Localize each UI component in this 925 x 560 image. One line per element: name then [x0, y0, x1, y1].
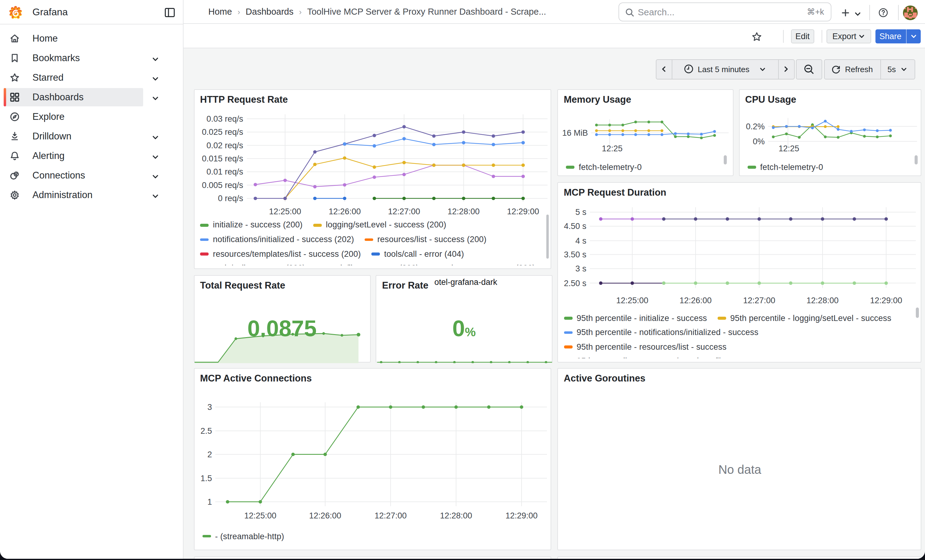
svg-text:1.5: 1.5	[200, 474, 212, 483]
svg-text:2: 2	[207, 450, 212, 459]
svg-text:12:26:00: 12:26:00	[679, 296, 711, 305]
svg-text:12:25:00: 12:25:00	[616, 296, 648, 305]
svg-text:0%: 0%	[752, 137, 764, 146]
svg-text:2.5: 2.5	[200, 426, 212, 435]
svg-text:12:27:00: 12:27:00	[374, 511, 406, 521]
svg-text:12:29:00: 12:29:00	[505, 511, 537, 521]
svg-text:12:27:00: 12:27:00	[743, 296, 775, 305]
svg-text:1: 1	[207, 497, 212, 506]
svg-text:5 s: 5 s	[575, 207, 586, 217]
svg-text:4 s: 4 s	[575, 236, 586, 245]
svg-text:12:28:00: 12:28:00	[806, 296, 838, 305]
svg-text:0.2%: 0.2%	[746, 122, 764, 131]
svg-text:12:25: 12:25	[602, 144, 623, 153]
svg-text:16 MiB: 16 MiB	[562, 128, 588, 137]
svg-text:12:28:00: 12:28:00	[440, 511, 472, 521]
svg-text:12:27:00: 12:27:00	[387, 207, 420, 216]
svg-text:0.015 req/s: 0.015 req/s	[202, 154, 243, 163]
svg-text:12:25:00: 12:25:00	[268, 207, 301, 216]
svg-text:12:28:00: 12:28:00	[447, 207, 479, 216]
svg-text:0.01 req/s: 0.01 req/s	[206, 167, 243, 176]
svg-text:2.50 s: 2.50 s	[564, 278, 586, 288]
svg-text:3.50 s: 3.50 s	[564, 250, 586, 259]
svg-text:12:25: 12:25	[778, 144, 799, 153]
svg-text:0.025 req/s: 0.025 req/s	[202, 127, 243, 136]
svg-text:0.02 req/s: 0.02 req/s	[206, 141, 243, 150]
svg-text:12:29:00: 12:29:00	[506, 207, 539, 216]
svg-text:4.50 s: 4.50 s	[564, 222, 586, 231]
svg-text:3 s: 3 s	[575, 264, 586, 273]
svg-text:12:25:00: 12:25:00	[244, 511, 276, 521]
svg-text:12:26:00: 12:26:00	[328, 207, 360, 216]
svg-text:0 req/s: 0 req/s	[217, 194, 243, 203]
svg-text:12:26:00: 12:26:00	[309, 511, 341, 521]
svg-text:0.005 req/s: 0.005 req/s	[202, 180, 243, 189]
svg-text:0.03 req/s: 0.03 req/s	[206, 114, 243, 123]
svg-text:3: 3	[207, 402, 212, 412]
svg-text:12:29:00: 12:29:00	[870, 296, 902, 305]
